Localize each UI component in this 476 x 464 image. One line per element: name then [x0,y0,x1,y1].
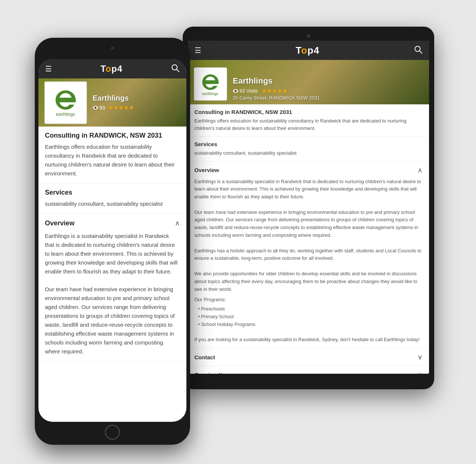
phone-business-info: Earthlings 93 ★★★★★ [93,94,134,111]
phone-content: Consulting in RANDWICK, NSW 2031 Earthli… [38,127,186,422]
programs-items: Preschools Primary School School Holiday… [195,305,422,328]
earthlings-logo-text: earthlings [202,92,218,96]
phone-consulting-section: Consulting in RANDWICK, NSW 2031 Earthli… [38,127,186,184]
tablet-screen: ☰ Top4 ear [188,41,429,374]
phone-consulting-text: Earthlings offers education for sustaina… [45,142,180,178]
tablet-hero: earthlings Earthlings 93 Visits ★★★★★ 20… [188,60,429,104]
phone-consulting-title: Consulting in RANDWICK, NSW 2031 [45,132,180,139]
phone-device: ☰ Top4 earthlings [35,38,190,445]
overview-body: Earthlings is a sustainability specialis… [195,178,422,344]
phone-services-text: sustainability consultant, sustainabilit… [45,199,180,208]
svg-point-7 [94,107,96,108]
services-title: Services [195,141,422,147]
consulting-text: Earthlings offers education for sustaina… [195,117,422,132]
overview-accordion[interactable]: Overview ∧ Earthlings is a sustainabilit… [188,162,429,349]
tablet-header: ☰ Top4 [188,41,429,60]
phone-earthlings-text: earthlings [56,112,75,117]
services-section: Services sustainability consultant, sust… [188,137,429,162]
tablet-business-logo: earthlings [194,67,227,101]
tablet-visits-row: 93 Visits ★★★★★ [233,87,320,94]
phone-hero: earthlings Earthlings 93 ★★★★★ [38,78,186,127]
phone-camera [111,47,114,50]
phone-business-logo: earthlings [44,81,87,124]
program-item: School Holiday Programs [198,321,422,329]
phone-overview-body: Earthlings is a sustainability specialis… [45,232,180,356]
phone-stars: ★★★★★ [108,104,134,111]
program-item: Preschools [198,305,422,313]
opening-hours-title: Opening Hours [195,371,234,374]
tablet-device: ☰ Top4 ear [183,27,434,389]
services-text: sustainability consultant, sustainabilit… [195,149,422,157]
phone-screen: ☰ Top4 earthlings [38,59,186,422]
tablet-business-info: Earthlings 93 Visits ★★★★★ 20 Carey Stre… [233,76,320,101]
phone-top4-logo: Top4 [101,64,123,74]
contact-accordion[interactable]: Contact ∨ [188,349,429,366]
phone-overview-accordion[interactable]: Overview ∧ Earthlings is a sustainabilit… [38,214,186,362]
opening-hours-accordion[interactable]: Opening Hours ∨ [188,366,429,374]
overview-chevron-up: ∧ [418,166,422,174]
phone-header: ☰ Top4 [38,59,186,78]
tablet-camera [307,34,310,38]
consulting-section: Consulting in RANDWICK, NSW 2031 Earthli… [188,104,429,137]
tablet-address: 20 Carey Street, RANDWICK NSW 2031 [233,95,320,101]
phone-notch [90,47,135,57]
programs-list: Our Programs: Preschools Primary School … [195,296,422,328]
consulting-title: Consulting in RANDWICK, NSW 2031 [195,109,422,115]
contact-accordion-header[interactable]: Contact ∨ [195,353,422,361]
phone-visits: 93 [93,105,105,111]
program-item: Primary School [198,313,422,321]
opening-hours-header[interactable]: Opening Hours ∨ [195,370,422,374]
phone-overview-header[interactable]: Overview ∧ [45,219,180,227]
phone-overview-title: Overview [45,219,75,227]
phone-business-name: Earthlings [93,94,134,102]
contact-chevron: ∨ [418,353,422,361]
phone-services-title: Services [45,189,180,196]
contact-title: Contact [195,354,215,360]
phone-services-section: Services sustainability consultant, sust… [38,184,186,214]
hamburger-icon[interactable]: ☰ [195,46,201,55]
phone-hamburger-icon[interactable]: ☰ [45,64,52,73]
top4-logo: Top4 [296,45,319,56]
svg-line-1 [419,51,422,53]
opening-hours-chevron: ∨ [418,370,422,374]
overview-accordion-title: Overview [195,167,219,173]
tablet-visits: 93 Visits [233,88,258,94]
phone-visits-row: 93 ★★★★★ [93,104,134,111]
overview-accordion-header[interactable]: Overview ∧ [195,166,422,174]
tablet-business-name: Earthlings [233,76,320,86]
svg-line-5 [176,69,179,72]
svg-point-3 [234,90,236,92]
tablet-stars: ★★★★★ [261,87,287,94]
tablet-content: Consulting in RANDWICK, NSW 2031 Earthli… [188,104,429,374]
search-icon[interactable] [414,46,422,56]
phone-home-button[interactable] [105,425,120,440]
phone-overview-chevron: ∧ [175,219,180,227]
phone-search-icon[interactable] [171,64,179,74]
